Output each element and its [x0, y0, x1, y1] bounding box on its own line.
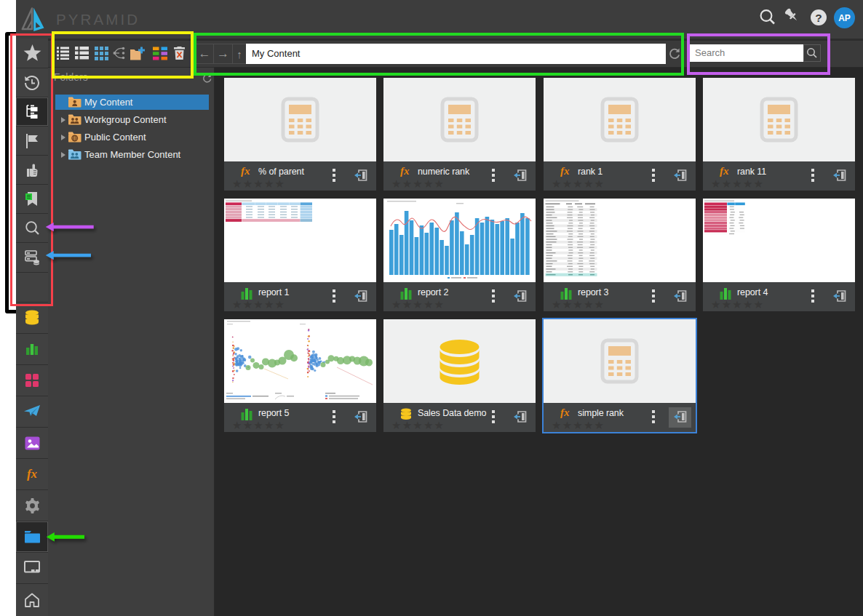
svg-text:?: ?	[815, 12, 822, 24]
